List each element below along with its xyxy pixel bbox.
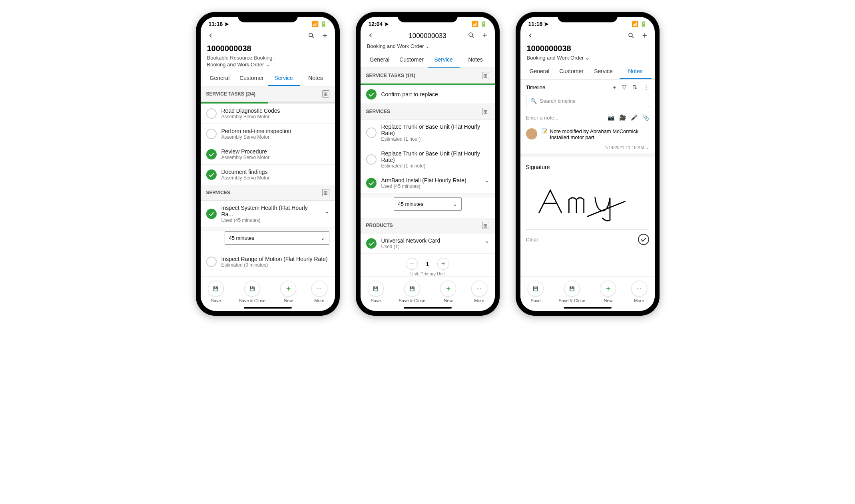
more-vertical-icon[interactable]: ⋮ bbox=[643, 84, 649, 91]
task-checkbox[interactable] bbox=[206, 149, 217, 159]
home-indicator[interactable] bbox=[564, 307, 612, 309]
task-checkbox[interactable] bbox=[206, 169, 217, 180]
plus-icon: + bbox=[440, 281, 456, 297]
section-services: SERVICES ⊞ bbox=[201, 185, 335, 201]
note-timestamp: 1/14/2021 11:18 AM bbox=[605, 145, 644, 150]
back-button[interactable] bbox=[207, 32, 214, 41]
more-button[interactable]: ⋯More bbox=[311, 281, 327, 303]
service-checkbox[interactable] bbox=[366, 154, 377, 165]
camera-icon[interactable]: 📷 bbox=[608, 114, 614, 121]
add-icon[interactable] bbox=[481, 32, 488, 40]
tab-notes[interactable]: Notes bbox=[460, 52, 492, 68]
qty-decrease-button[interactable]: − bbox=[406, 258, 418, 270]
service-checkbox[interactable] bbox=[366, 127, 377, 138]
avatar bbox=[526, 128, 537, 139]
filter-icon[interactable]: ▽ bbox=[622, 84, 627, 91]
new-button[interactable]: +New bbox=[440, 281, 456, 303]
tab-general[interactable]: General bbox=[524, 64, 556, 79]
note-input[interactable]: Enter a note... bbox=[526, 115, 559, 121]
search-icon[interactable] bbox=[468, 32, 475, 40]
more-icon: ⋯ bbox=[311, 281, 327, 297]
task-checkbox[interactable] bbox=[206, 108, 217, 119]
tab-service[interactable]: Service bbox=[268, 71, 300, 86]
status-time: 11:16 bbox=[209, 21, 223, 27]
add-service-button[interactable]: ⊞ bbox=[322, 189, 329, 196]
confirm-button[interactable] bbox=[638, 234, 649, 245]
service-item[interactable]: ArmBand Install (Flat Hourly Rate)Used (… bbox=[361, 173, 495, 193]
service-item[interactable]: Inspect System Health (Flat Hourly Ra...… bbox=[201, 201, 335, 227]
new-button[interactable]: +New bbox=[280, 281, 296, 303]
service-checkbox[interactable] bbox=[206, 257, 217, 267]
timeline-add-icon[interactable]: + bbox=[613, 84, 616, 91]
service-item[interactable]: Inspect Line Integration (Flat Hourly Ra… bbox=[201, 272, 335, 276]
service-item[interactable]: Inspect Range of Motion (Flat Hourly Rat… bbox=[201, 252, 335, 272]
new-button[interactable]: +New bbox=[600, 281, 616, 303]
tab-customer[interactable]: Customer bbox=[396, 52, 428, 68]
tab-service[interactable]: Service bbox=[428, 52, 460, 68]
service-item[interactable]: Replace Trunk or Base Unit (Flat Hourly … bbox=[361, 146, 495, 173]
add-icon[interactable] bbox=[321, 32, 329, 41]
signature-canvas[interactable] bbox=[526, 173, 649, 229]
save-button[interactable]: 💾Save bbox=[528, 281, 544, 303]
tab-service[interactable]: Service bbox=[588, 64, 620, 79]
duration-select[interactable]: 45 minutes⌄ bbox=[394, 197, 462, 211]
search-icon[interactable] bbox=[628, 32, 635, 41]
section-services: SERVICES ⊞ bbox=[361, 104, 495, 120]
service-checkbox[interactable] bbox=[206, 209, 217, 219]
sort-icon[interactable]: ⇅ bbox=[632, 84, 638, 91]
task-item[interactable]: Perform real-time inspectionAssembly Ser… bbox=[201, 124, 335, 144]
tab-general[interactable]: General bbox=[204, 71, 236, 86]
task-item[interactable]: Review ProcedureAssembly Servo Motor bbox=[201, 144, 335, 165]
service-item[interactable]: Replace Trunk or Base Unit (Flat Hourly … bbox=[361, 120, 495, 146]
tab-notes[interactable]: Notes bbox=[620, 64, 652, 79]
product-item[interactable]: Universal Network CardUsed (1) ⌃ bbox=[361, 233, 495, 254]
note-entry[interactable]: 📝 Note modified by Abraham McCormick Ins… bbox=[520, 124, 655, 144]
product-checkbox[interactable] bbox=[366, 238, 377, 249]
save-close-icon: 💾 bbox=[244, 281, 260, 297]
video-icon[interactable]: 🎥 bbox=[619, 114, 626, 121]
save-close-button[interactable]: 💾Save & Close bbox=[558, 281, 585, 303]
add-service-button[interactable]: ⊞ bbox=[482, 108, 489, 115]
mic-icon[interactable]: 🎤 bbox=[631, 114, 638, 121]
chevron-up-icon[interactable]: ⌃ bbox=[325, 211, 329, 217]
chevron-up-icon[interactable]: ⌃ bbox=[484, 240, 489, 247]
more-button[interactable]: ⋯More bbox=[631, 281, 647, 303]
duration-select[interactable]: 45 minutes⌄ bbox=[225, 231, 329, 245]
tab-customer[interactable]: Customer bbox=[236, 71, 268, 86]
back-button[interactable] bbox=[367, 32, 374, 40]
tab-general[interactable]: General bbox=[364, 52, 396, 68]
add-icon[interactable] bbox=[641, 32, 648, 41]
search-icon[interactable] bbox=[308, 32, 315, 41]
add-product-button[interactable]: ⊞ bbox=[482, 222, 489, 229]
qty-increase-button[interactable]: + bbox=[437, 258, 449, 270]
task-item[interactable]: Document findingsAssembly Servo Motor bbox=[201, 165, 335, 185]
view-dropdown[interactable]: Booking and Work Order ⌄ bbox=[201, 62, 335, 71]
view-dropdown[interactable]: Booking and Work Order ⌄ bbox=[520, 55, 655, 64]
task-checkbox[interactable] bbox=[366, 89, 377, 100]
task-item[interactable]: Confirm part to replace bbox=[361, 85, 495, 104]
phone-3: 11:18 ➤ 📶🔋 1000000038 Booking and Work O… bbox=[516, 12, 660, 316]
more-button[interactable]: ⋯More bbox=[471, 281, 487, 303]
chevron-down-icon: ⌄ bbox=[585, 55, 590, 61]
clear-button[interactable]: Clear bbox=[526, 237, 538, 243]
attachment-icon[interactable]: 📎 bbox=[642, 114, 649, 121]
tab-notes[interactable]: Notes bbox=[300, 71, 332, 86]
save-button[interactable]: 💾Save bbox=[208, 281, 224, 303]
home-indicator[interactable] bbox=[404, 307, 452, 309]
save-button[interactable]: 💾Save bbox=[368, 281, 384, 303]
save-close-button[interactable]: 💾Save & Close bbox=[399, 281, 425, 303]
chevron-up-icon[interactable]: ⌃ bbox=[484, 180, 489, 186]
add-task-button[interactable]: ⊞ bbox=[322, 90, 329, 98]
chevron-down-icon[interactable]: ⌄ bbox=[646, 145, 649, 150]
add-task-button[interactable]: ⊞ bbox=[482, 72, 489, 79]
location-icon: ➤ bbox=[384, 21, 389, 27]
tab-customer[interactable]: Customer bbox=[556, 64, 588, 79]
view-dropdown[interactable]: Booking and Work Order ⌄ bbox=[361, 43, 495, 52]
task-checkbox[interactable] bbox=[206, 129, 217, 139]
search-input[interactable]: 🔍 Search timeline bbox=[526, 95, 649, 107]
back-button[interactable] bbox=[527, 32, 534, 41]
service-checkbox[interactable] bbox=[366, 178, 377, 188]
task-item[interactable]: Read Diagnostic CodesAssembly Servo Moto… bbox=[201, 104, 335, 124]
save-close-button[interactable]: 💾Save & Close bbox=[239, 281, 265, 303]
home-indicator[interactable] bbox=[244, 307, 292, 309]
